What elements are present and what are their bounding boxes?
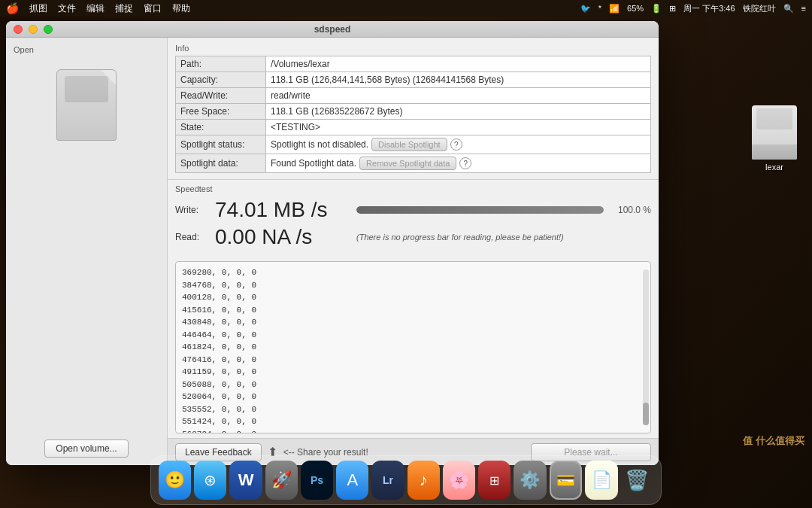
disable-spotlight-button[interactable]: Disable Spotlight: [371, 138, 447, 151]
remove-spotlight-button[interactable]: Remove Spotlight data: [359, 157, 456, 170]
right-panel: Info Path: /Volumes/lexar Capacity: 118.…: [168, 38, 659, 465]
log-line: 430848, 0, 0, 0: [182, 316, 644, 329]
log-line: 568704, 0, 0, 0: [182, 428, 644, 434]
info-val-spotlight-status: Spotlight is not disabled. Disable Spotl…: [266, 135, 651, 154]
log-scrollbar[interactable]: [643, 269, 649, 425]
info-key-freespace: Free Space:: [176, 104, 266, 120]
read-note: (There is no progress bar for reading, p…: [356, 233, 564, 242]
info-table: Path: /Volumes/lexar Capacity: 118.1 GB …: [175, 56, 651, 173]
info-section: Info Path: /Volumes/lexar Capacity: 118.…: [168, 38, 659, 179]
appstore-icon: A: [347, 470, 358, 490]
dock-item-appstore[interactable]: A: [336, 461, 368, 500]
bird-icon: 🐦: [580, 4, 591, 14]
table-row: State: <TESTING>: [176, 120, 651, 135]
log-line: 535552, 0, 0, 0: [182, 403, 644, 416]
write-progress-bar: [356, 206, 604, 214]
dock-item-word[interactable]: W: [229, 461, 262, 500]
log-line: 505088, 0, 0, 0: [182, 379, 644, 391]
log-line: 446464, 0, 0, 0: [182, 329, 644, 342]
write-speed-row: Write: 74.01 MB /s 100.0 %: [175, 198, 651, 222]
log-scrollbar-thumb[interactable]: [643, 403, 649, 425]
menu-extra-icon[interactable]: ≡: [801, 4, 806, 13]
table-row: Capacity: 118.1 GB (126,844,141,568 Byte…: [176, 72, 651, 88]
log-line: 369280, 0, 0, 0: [182, 266, 644, 279]
menu-item-jiatu[interactable]: 抓图: [29, 2, 47, 15]
search-icon[interactable]: 🔍: [783, 4, 794, 14]
perforce-icon: ⊞: [489, 473, 499, 488]
info-label: Info: [175, 44, 651, 53]
dock-item-trash[interactable]: 🗑️: [621, 461, 653, 500]
read-label: Read:: [175, 232, 209, 242]
window-titlebar: sdspeed: [6, 21, 659, 38]
sdspeed-icon: 💳: [556, 471, 575, 489]
grid-icon[interactable]: ⊞: [669, 4, 676, 14]
log-content: 369280, 0, 0, 0384768, 0, 0, 0400128, 0,…: [176, 262, 650, 433]
dock-item-notes[interactable]: 📄: [585, 461, 617, 500]
dock-item-capo[interactable]: ♪: [408, 461, 440, 500]
log-line: 384768, 0, 0, 0: [182, 279, 644, 292]
dock-item-safari[interactable]: ⊛: [194, 461, 226, 500]
log-line: 491159, 0, 0, 0: [182, 366, 644, 379]
spotlight-data-help[interactable]: ?: [459, 157, 471, 169]
bluetooth-icon[interactable]: *: [598, 4, 601, 13]
menu-item-help[interactable]: 帮助: [172, 2, 190, 15]
dock-item-launchpad[interactable]: 🚀: [265, 461, 298, 500]
log-container[interactable]: 369280, 0, 0, 0384768, 0, 0, 0400128, 0,…: [175, 261, 651, 433]
sd-card-visual: [56, 69, 117, 141]
dock-item-lightroom[interactable]: Lr: [371, 461, 404, 500]
launchpad-icon: 🚀: [271, 470, 292, 490]
username: 铁院红叶: [743, 3, 776, 14]
dock-item-perforce[interactable]: ⊞: [478, 461, 511, 500]
dock-item-photoshop[interactable]: Ps: [301, 461, 333, 500]
dock-item-photos[interactable]: 🌸: [443, 461, 475, 500]
read-value: 0.00 NA /s: [215, 225, 350, 249]
info-val-state: <TESTING>: [266, 120, 651, 135]
dock-item-settings[interactable]: ⚙️: [514, 461, 546, 500]
info-key-state: State:: [176, 120, 266, 135]
menu-item-capture[interactable]: 捕捉: [115, 2, 133, 15]
table-row: Spotlight data: Found Spotlight data. Re…: [176, 154, 651, 173]
spotlight-status-text: Spotlight is not disabled.: [271, 139, 368, 150]
maximize-button[interactable]: [44, 25, 53, 34]
read-speed-row: Read: 0.00 NA /s (There is no progress b…: [175, 225, 651, 249]
dock-item-finder[interactable]: 🙂: [159, 461, 191, 500]
info-key-rw: Read/Write:: [176, 88, 266, 104]
minimize-button[interactable]: [29, 25, 38, 34]
menu-item-window[interactable]: 窗口: [144, 2, 162, 15]
write-label: Write:: [175, 205, 209, 215]
info-val-freespace: 118.1 GB (126835228672 Bytes): [266, 104, 651, 120]
menubar-left: 🍎 抓图 文件 编辑 捕捉 窗口 帮助: [6, 2, 190, 15]
info-val-rw: read/write: [266, 88, 651, 104]
table-row: Read/Write: read/write: [176, 88, 651, 104]
wifi-icon[interactable]: 📶: [609, 4, 620, 14]
info-key-capacity: Capacity:: [176, 72, 266, 88]
log-line: 461824, 0, 0, 0: [182, 341, 644, 354]
watermark: 值 什么值得买: [743, 434, 804, 448]
word-icon: W: [238, 470, 254, 490]
write-percent: 100.0 %: [610, 205, 651, 215]
close-button[interactable]: [14, 25, 23, 34]
dock-item-sdspeed[interactable]: 💳: [550, 461, 583, 500]
menu-item-file[interactable]: 文件: [58, 2, 76, 15]
open-volume-button[interactable]: Open volume...: [44, 440, 128, 458]
battery-icon: 🔋: [651, 4, 662, 14]
log-line: 400128, 0, 0, 0: [182, 291, 644, 304]
desktop-sd-card-icon: [752, 105, 797, 160]
info-val-capacity: 118.1 GB (126,844,141,568 Bytes) (126844…: [266, 72, 651, 88]
speedtest-section: Speedtest Write: 74.01 MB /s 100.0 % Rea…: [168, 179, 659, 257]
desktop-icon-lexar[interactable]: lexar: [752, 105, 797, 172]
log-line: 415616, 0, 0, 0: [182, 304, 644, 317]
menu-item-edit[interactable]: 编辑: [86, 2, 105, 15]
capo-icon: ♪: [420, 470, 428, 490]
lightroom-icon: Lr: [383, 474, 393, 486]
table-row: Path: /Volumes/lexar: [176, 56, 651, 72]
log-line: 476416, 0, 0, 0: [182, 354, 644, 367]
photoshop-icon: Ps: [311, 474, 323, 486]
photos-icon: 🌸: [449, 470, 469, 490]
window-title: sdspeed: [314, 24, 351, 35]
apple-menu[interactable]: 🍎: [6, 2, 19, 14]
settings-icon: ⚙️: [520, 470, 540, 490]
speedtest-label: Speedtest: [175, 184, 651, 193]
write-value: 74.01 MB /s: [215, 198, 350, 222]
spotlight-status-help[interactable]: ?: [450, 138, 462, 151]
